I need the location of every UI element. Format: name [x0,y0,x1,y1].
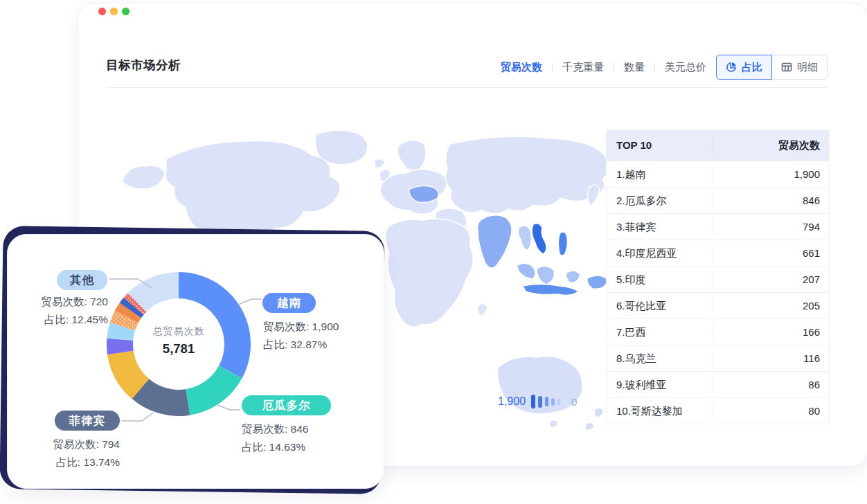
country-name: 4.印度尼西亚 [607,244,713,262]
trade-count: 116 [713,352,829,364]
tab-separator [552,62,553,72]
map-country-thailand[interactable] [518,226,531,251]
callout-pill-others[interactable]: 其他 [57,270,107,290]
table-row[interactable]: 10.哥斯达黎加80 [607,397,829,424]
callout-stats-ecuador: 贸易次数: 846 占比: 14.63% [242,420,359,456]
map-country-india[interactable] [478,215,512,268]
map-region-new-guinea[interactable] [587,276,608,289]
country-name: 2.厄瓜多尔 [607,192,713,209]
callout-pill-philippines[interactable]: 菲律宾 [55,411,120,431]
legend-max-value: 1,900 [498,395,526,408]
map-country-vietnam[interactable] [532,224,546,254]
table-header-metric: 贸易次数 [713,139,829,152]
map-region-sumatra[interactable] [517,263,535,279]
map-country-indonesia[interactable] [523,285,578,296]
legend-gradient-bars [531,395,566,408]
donut-card: 总贸易次数 5,781 其他 贸易次数: 720 占比: 12.45% 越南 贸… [7,234,384,489]
total-trades-label: 总贸易次数 [123,325,234,338]
window-controls [98,8,129,15]
trade-count: 207 [713,273,829,285]
table-row[interactable]: 1.越南1,900 [607,161,829,187]
map-region-alaska[interactable] [122,165,165,189]
table-row[interactable]: 2.厄瓜多尔846 [607,187,829,213]
trade-count: 166 [713,326,829,338]
page-title: 目标市场分析 [106,57,181,73]
map-region-tasmania[interactable] [550,420,558,428]
country-name: 10.哥斯达黎加 [607,402,713,420]
legend-bar [531,395,535,408]
trade-count: 846 [713,195,829,206]
zoom-window-button[interactable] [122,8,129,15]
toggle-detail-view-button[interactable]: 明细 [771,55,828,80]
country-name: 5.印度 [607,271,713,288]
legend-bar [545,397,548,406]
close-window-button[interactable] [98,8,106,15]
country-name: 9.玻利维亚 [607,376,713,393]
metric-tabs: 贸易次数千克重量数量美元总价占比明细 [501,55,828,80]
table-row[interactable]: 4.印度尼西亚661 [607,240,829,266]
tab-separator [654,62,655,72]
trade-count: 1,900 [713,168,829,180]
trades-count-ecuador: 贸易次数: 846 [242,420,359,438]
map-region-new-zealand-north[interactable] [594,408,604,417]
trades-count-philippines: 贸易次数: 794 [9,435,120,453]
legend-bar [538,396,542,408]
table-row[interactable]: 5.印度207 [607,266,829,292]
map-region-africa[interactable] [385,219,473,327]
table-row[interactable]: 7.巴西166 [607,318,829,345]
trade-count: 794 [713,221,829,233]
callout-stats-vietnam: 贸易次数: 1,900 占比: 32.87% [263,318,381,354]
country-name: 1.越南 [607,165,713,183]
callout-pill-ecuador[interactable]: 厄瓜多尔 [242,395,331,415]
view-toggle-group: 占比明细 [716,55,828,80]
minimize-window-button[interactable] [110,8,118,15]
map-region-madagascar[interactable] [478,303,488,315]
share-vietnam: 占比: 32.87% [263,336,381,354]
tab-metric-3[interactable]: 美元总价 [665,61,706,74]
country-name: 7.巴西 [607,323,713,341]
callout-stats-philippines: 贸易次数: 794 占比: 13.74% [9,435,120,471]
top10-table: TOP 10 贸易次数 1.越南1,9002.厄瓜多尔8463.菲律宾7944.… [606,129,830,424]
trade-count: 205 [713,300,829,312]
tab-separator [614,62,614,72]
pie-chart-icon [726,62,737,73]
total-trades-value: 5,781 [123,341,234,357]
country-name: 3.菲律宾 [607,218,713,235]
map-region-borneo[interactable] [537,267,554,285]
page: 目标市场分析 贸易次数千克重量数量美元总价占比明细 [0,0,867,504]
table-row[interactable]: 9.玻利维亚86 [607,371,829,397]
trade-count: 80 [713,405,829,417]
map-region-japan[interactable] [588,185,600,206]
callout-pill-vietnam[interactable]: 越南 [262,293,316,313]
tab-metric-2[interactable]: 数量 [624,61,645,74]
trades-count-others: 贸易次数: 720 [8,293,108,311]
map-region-new-zealand-south[interactable] [585,422,594,430]
country-name: 8.乌克兰 [607,350,713,367]
table-header-rank: TOP 10 [607,136,713,155]
legend-bar [557,399,560,405]
map-region-russia-asia[interactable] [445,136,610,213]
legend-bar [551,398,555,406]
toggle-share-view-button[interactable]: 占比 [716,55,772,80]
map-region-sulawesi[interactable] [566,271,580,282]
table-row[interactable]: 6.哥伦比亚205 [607,292,829,318]
map-region-greenland[interactable] [316,130,368,165]
map-region-iceland[interactable] [374,159,385,168]
trades-count-vietnam: 贸易次数: 1,900 [263,318,381,336]
tab-metric-0[interactable]: 贸易次数 [501,61,542,74]
donut-center-label: 总贸易次数 5,781 [123,325,234,357]
table-row[interactable]: 8.乌克兰116 [607,345,829,371]
share-philippines: 占比: 13.74% [9,453,120,471]
map-color-scale: 1,900 0 [498,391,577,412]
share-popup: 总贸易次数 5,781 其他 贸易次数: 720 占比: 12.45% 越南 贸… [1,228,391,496]
share-ecuador: 占比: 14.63% [242,438,359,456]
tab-metric-1[interactable]: 千克重量 [562,61,604,74]
table-row[interactable]: 3.菲律宾794 [607,213,829,240]
map-country-philippines[interactable] [558,232,567,255]
trade-count: 661 [713,247,829,259]
legend-min-value: 0 [571,396,577,408]
map-region-scandinavia[interactable] [397,140,426,170]
share-others: 占比: 12.45% [8,311,108,329]
toggle-label: 占比 [742,61,762,74]
table-icon [781,62,792,73]
